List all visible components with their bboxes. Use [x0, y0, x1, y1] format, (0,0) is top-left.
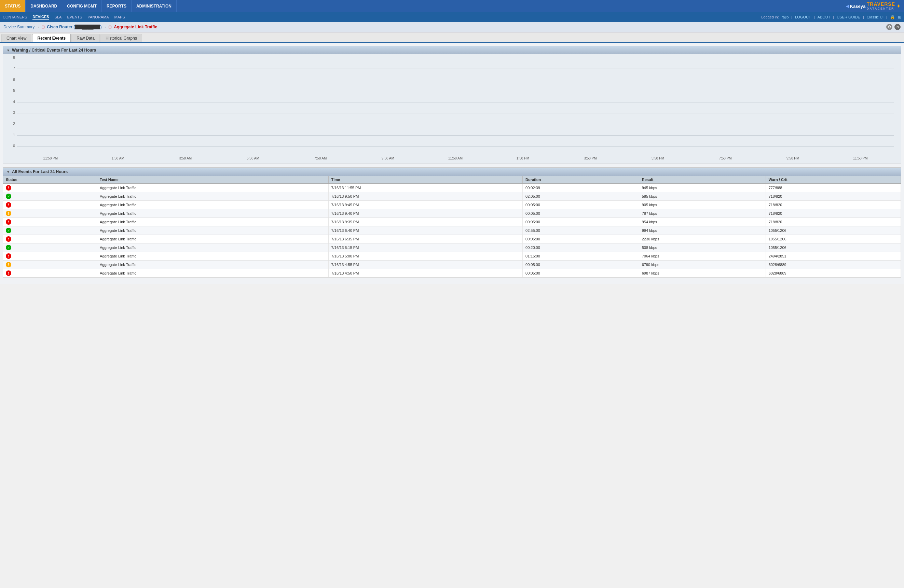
cell-time-5: 7/16/13 6:40 PM — [328, 226, 522, 235]
cell-status-4: ! — [3, 218, 97, 226]
cell-duration-5: 02:55:00 — [523, 226, 639, 235]
collapse-icon: ▼ — [6, 49, 10, 52]
cell-status-5: ✓ — [3, 226, 97, 235]
nav-reports[interactable]: REPORTS — [102, 0, 131, 12]
breadcrumb-device-name[interactable]: Cisco Router (████) — [47, 25, 101, 29]
all-events-header[interactable]: ▼ All Events For Last 24 Hours — [3, 168, 901, 176]
status-warning-icon: ! — [6, 262, 11, 267]
breadcrumb-arrow-2: → — [103, 25, 107, 29]
events-table-body: !Aggregate Link Traffic7/16/13 11:55 PM0… — [3, 184, 901, 277]
top-navigation: STATUS DASHBOARD CONFIG MGMT REPORTS ADM… — [0, 0, 904, 12]
cell-result-4: 954 kbps — [639, 218, 766, 226]
device-status-icon: ⊟ — [41, 25, 45, 29]
col-time: Time — [328, 176, 522, 184]
x-label-8: 3:58 PM — [556, 156, 624, 160]
tab-raw-data[interactable]: Raw Data — [71, 34, 100, 43]
y-label-2: 2 — [6, 121, 15, 126]
logged-in-label: Logged in: — [761, 15, 779, 19]
status-ok-icon: ✓ — [6, 194, 11, 199]
logout-link[interactable]: LOGOUT — [795, 15, 811, 19]
tab-chart-view[interactable]: Chart View — [2, 34, 32, 43]
y-label-7: 7 — [6, 66, 15, 70]
expand-icon[interactable]: ⊞ — [898, 15, 901, 19]
table-row: !Aggregate Link Traffic7/16/13 4:55 PM00… — [3, 260, 901, 269]
x-label-9: 5:58 PM — [624, 156, 692, 160]
cell-status-1: ✓ — [3, 192, 97, 201]
nav-devices[interactable]: DEVICES — [32, 14, 49, 20]
all-events-title: All Events For Last 24 Hours — [12, 169, 68, 174]
cell-test_name-1: Aggregate Link Traffic — [97, 192, 328, 201]
table-row: ✓Aggregate Link Traffic7/16/13 6:15 PM00… — [3, 243, 901, 252]
cell-test_name-7: Aggregate Link Traffic — [97, 243, 328, 252]
status-ok-icon: ✓ — [6, 245, 11, 250]
cell-result-3: 787 kbps — [639, 209, 766, 218]
cell-test_name-6: Aggregate Link Traffic — [97, 235, 328, 243]
nav-sla[interactable]: SLA — [55, 14, 62, 20]
nav-containers[interactable]: CONTAINERS — [3, 14, 27, 20]
cell-time-2: 7/16/13 9:45 PM — [328, 201, 522, 209]
cell-test_name-3: Aggregate Link Traffic — [97, 209, 328, 218]
cell-time-3: 7/16/13 9:40 PM — [328, 209, 522, 218]
cell-result-6: 2230 kbps — [639, 235, 766, 243]
warning-events-header[interactable]: ▼ Warning / Critical Events For Last 24 … — [3, 46, 901, 54]
nav-config-mgmt[interactable]: CONFIG MGMT — [62, 0, 102, 12]
cell-result-8: 7064 kbps — [639, 252, 766, 260]
chart-x-labels: 11:58 PM 1:58 AM 3:58 AM 5:58 AM 7:58 AM… — [17, 156, 894, 160]
cell-duration-6: 00:05:00 — [523, 235, 639, 243]
cell-warn_crit-0: 777/888 — [766, 184, 901, 192]
table-row: ✓Aggregate Link Traffic7/16/13 6:40 PM02… — [3, 226, 901, 235]
user-guide-link[interactable]: USER GUIDE — [837, 15, 860, 19]
cell-result-0: 945 kbps — [639, 184, 766, 192]
cell-warn_crit-1: 718/820 — [766, 192, 901, 201]
cell-result-9: 6790 kbps — [639, 260, 766, 269]
cell-warn_crit-5: 1055/1206 — [766, 226, 901, 235]
breadcrumb-actions: ⚙ ↻ — [886, 24, 901, 30]
nav-maps[interactable]: MAPS — [114, 14, 125, 20]
tab-historical-graphs[interactable]: Historical Graphs — [100, 34, 142, 43]
col-result: Result — [639, 176, 766, 184]
y-label-8: 8 — [6, 55, 15, 60]
nav-dashboard[interactable]: DASHBOARD — [25, 0, 62, 12]
status-warning-icon: ! — [6, 211, 11, 216]
y-label-5: 5 — [6, 88, 15, 93]
breadcrumb-device-summary[interactable]: Device Summary — [3, 25, 35, 29]
cell-test_name-5: Aggregate Link Traffic — [97, 226, 328, 235]
chart-bars — [17, 58, 894, 147]
classic-ui-link[interactable]: Classic UI — [867, 15, 884, 19]
cell-time-8: 7/16/13 5:00 PM — [328, 252, 522, 260]
cell-status-0: ! — [3, 184, 97, 192]
cell-duration-3: 00:05:00 — [523, 209, 639, 218]
tab-recent-events[interactable]: Recent Events — [32, 34, 71, 43]
table-row: !Aggregate Link Traffic7/16/13 5:00 PM01… — [3, 252, 901, 260]
table-row: !Aggregate Link Traffic7/16/13 9:45 PM00… — [3, 201, 901, 209]
all-events-panel: ▼ All Events For Last 24 Hours Status Te… — [3, 167, 901, 278]
settings-icon[interactable]: ⚙ — [886, 24, 892, 30]
cell-time-10: 7/16/13 4:50 PM — [328, 269, 522, 277]
breadcrumb-arrow-1: → — [36, 25, 40, 29]
status-ok-icon: ✓ — [6, 228, 11, 233]
table-row: !Aggregate Link Traffic7/16/13 11:55 PM0… — [3, 184, 901, 192]
y-label-0: 0 — [6, 144, 15, 148]
about-link[interactable]: ABOUT — [817, 15, 831, 19]
cell-warn_crit-9: 6028/6889 — [766, 260, 901, 269]
y-label-6: 6 — [6, 77, 15, 82]
cell-time-1: 7/16/13 9:50 PM — [328, 192, 522, 201]
all-events-collapse-icon: ▼ — [6, 170, 10, 174]
status-critical-icon: ! — [6, 202, 11, 208]
table-row: ✓Aggregate Link Traffic7/16/13 9:50 PM02… — [3, 192, 901, 201]
cell-warn_crit-10: 6028/6889 — [766, 269, 901, 277]
x-label-3: 5:58 AM — [219, 156, 287, 160]
warning-events-title: Warning / Critical Events For Last 24 Ho… — [12, 48, 96, 53]
refresh-icon[interactable]: ↻ — [895, 24, 901, 30]
nav-panorama[interactable]: PANORAMA — [87, 14, 109, 20]
nav-events[interactable]: EVENTS — [67, 14, 82, 20]
cell-warn_crit-4: 718/820 — [766, 218, 901, 226]
current-user[interactable]: rajib — [782, 15, 789, 19]
nav-administration[interactable]: ADMINISTRATION — [131, 0, 177, 12]
cell-duration-2: 00:05:00 — [523, 201, 639, 209]
lock-icon[interactable]: 🔒 — [890, 15, 895, 19]
cell-test_name-8: Aggregate Link Traffic — [97, 252, 328, 260]
nav-status[interactable]: STATUS — [0, 0, 25, 12]
x-label-10: 7:58 PM — [692, 156, 759, 160]
cell-time-7: 7/16/13 6:15 PM — [328, 243, 522, 252]
